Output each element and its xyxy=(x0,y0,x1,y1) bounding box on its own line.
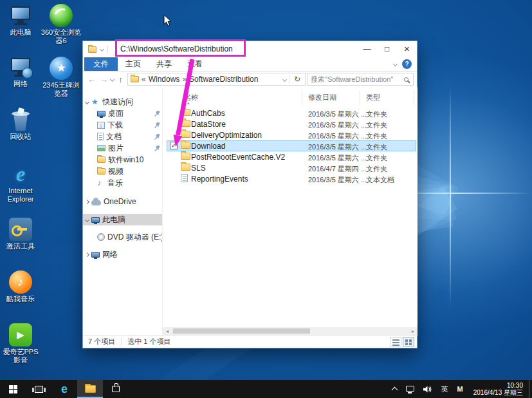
column-separator[interactable] xyxy=(360,91,360,105)
forward-button[interactable]: → xyxy=(98,75,109,84)
address-box[interactable]: « Windows » SoftwareDistribution ↻ xyxy=(127,73,306,86)
desktop-icon-360-browser[interactable]: 360安全浏览器6 xyxy=(41,4,82,45)
file-name: DataStore xyxy=(191,120,226,129)
breadcrumb-overflow[interactable]: « xyxy=(142,75,146,84)
file-type: 文件夹 xyxy=(366,153,387,163)
sidebar-item-pictures[interactable]: 图片 xyxy=(83,142,163,154)
sidebar-item-downloads[interactable]: ↓ 下载 xyxy=(83,119,163,131)
file-explorer-button[interactable] xyxy=(77,380,103,398)
column-separator[interactable] xyxy=(414,91,414,105)
sidebar-item-this-pc[interactable]: 此电脑 xyxy=(83,214,163,225)
scroll-left-icon[interactable]: ◂ xyxy=(163,328,172,334)
ribbon-expand-chevron-icon[interactable] xyxy=(393,62,398,66)
file-type: 文件夹 xyxy=(366,131,387,141)
tab-file[interactable]: 文件 xyxy=(84,57,118,71)
chevron-down-icon[interactable] xyxy=(85,99,89,104)
column-separator[interactable] xyxy=(302,91,302,105)
store-button[interactable] xyxy=(103,380,129,398)
scrollbar-track[interactable] xyxy=(172,327,408,335)
chevron-right-icon[interactable] xyxy=(85,199,89,204)
desktop-icon-iqiyi-pps[interactable]: ▶ 爱奇艺PPS 影音 xyxy=(0,323,41,365)
search-input[interactable]: 搜索"SoftwareDistribution" xyxy=(307,73,414,86)
breadcrumb-windows[interactable]: Windows xyxy=(149,75,180,84)
tab-share[interactable]: 共享 xyxy=(149,57,179,71)
edge-icon: e xyxy=(61,383,68,395)
show-desktop-button[interactable] xyxy=(529,380,532,398)
sidebar-item-desktop[interactable]: 桌面 xyxy=(83,108,163,119)
scroll-right-icon[interactable]: ▸ xyxy=(408,328,417,334)
table-row[interactable]: AuthCabs 2016/3/5 星期六 ... 文件夹 xyxy=(167,108,416,118)
table-row[interactable]: ReportingEvents 2016/3/5 星期六 ... 文本文档 xyxy=(167,173,416,184)
desktop-icon-recycle-bin[interactable]: 回收站 xyxy=(0,108,41,141)
refresh-icon[interactable]: ↻ xyxy=(292,75,302,84)
sidebar-item-videos[interactable]: 视频 xyxy=(83,166,163,177)
file-date: 2016/3/5 星期六 ... xyxy=(308,120,367,130)
sidebar-item-label: DVD 驱动器 (E:) SKR xyxy=(107,232,163,243)
breadcrumb-current[interactable]: SoftwareDistribution xyxy=(189,75,258,84)
up-button[interactable]: ↑ xyxy=(115,75,126,84)
desktop-icon-internet-explorer[interactable]: e Internet Explorer xyxy=(0,162,41,204)
sidebar-item-soft-win10[interactable]: 软件win10 xyxy=(83,154,163,166)
pin-icon xyxy=(154,110,160,117)
qat-chevron-down-icon[interactable] xyxy=(100,47,104,52)
table-row[interactable]: DataStore 2016/3/5 星期六 ... 文件夹 xyxy=(167,118,416,129)
network-tray-button[interactable] xyxy=(401,380,419,398)
row-checkbox[interactable]: ✓ xyxy=(170,142,178,149)
tab-home[interactable]: 主页 xyxy=(118,57,149,71)
search-icon xyxy=(404,77,408,82)
sidebar-item-onedrive[interactable]: OneDrive xyxy=(83,196,163,207)
tray-expand-button[interactable] xyxy=(388,380,401,398)
close-button[interactable]: × xyxy=(397,41,417,57)
table-row[interactable]: DeliveryOptimization 2016/3/5 星期六 ... 文件… xyxy=(167,129,416,140)
desktop-icon-label: 网络 xyxy=(0,80,41,88)
edge-button[interactable]: e xyxy=(51,380,77,398)
clock-date: 2016/4/13 星期三 xyxy=(473,389,523,396)
table-row[interactable]: PostRebootEventCache.V2 2016/3/5 星期六 ...… xyxy=(167,151,416,162)
start-button[interactable] xyxy=(0,380,26,398)
desktop-icon-activation-tool[interactable]: 激活工具 xyxy=(0,218,41,251)
sidebar-item-label: 音乐 xyxy=(107,178,163,189)
recent-locations-chevron-icon[interactable] xyxy=(110,77,115,81)
desktop-icon-network[interactable]: 网络 xyxy=(0,55,41,88)
icons-view-button[interactable] xyxy=(403,337,414,346)
minimize-button[interactable]: — xyxy=(357,41,377,57)
file-name: DeliveryOptimization xyxy=(191,131,262,140)
sidebar-item-dvd-drive[interactable]: DVD 驱动器 (E:) SKR xyxy=(83,231,163,243)
address-dropdown-chevron-icon[interactable] xyxy=(282,77,287,81)
clock[interactable]: 10:30 2016/4/13 星期三 xyxy=(468,382,529,396)
ime-indicator[interactable]: M xyxy=(453,380,468,398)
desktop-icon-kuwo-music[interactable]: ♪ 酷我音乐 xyxy=(0,270,41,303)
desktop-icon-2345-browser[interactable]: ★ 2345王牌浏览器 xyxy=(41,57,82,98)
file-date: 2016/3/5 星期六 ... xyxy=(308,153,367,163)
table-row-selected[interactable]: ✓ Download 2016/3/5 星期六 ... 文件夹 xyxy=(167,140,416,151)
task-view-button[interactable] xyxy=(26,380,51,398)
help-icon[interactable]: ? xyxy=(402,59,412,69)
maximize-button[interactable]: □ xyxy=(377,41,397,57)
volume-tray-button[interactable] xyxy=(419,380,437,398)
table-row[interactable]: SLS 2016/4/7 星期四 ... 文件夹 xyxy=(167,162,416,173)
taskbar: e 英 M 10:30 2016/4/13 星期三 xyxy=(0,380,532,398)
sidebar-item-quick-access[interactable]: ★ 快速访问 xyxy=(83,96,163,108)
chevron-down-icon[interactable] xyxy=(85,217,89,222)
column-header-name[interactable]: 名称 xyxy=(184,93,198,102)
tab-view[interactable]: 查看 xyxy=(179,57,210,71)
sidebar-item-network[interactable]: 网络 xyxy=(83,249,163,260)
horizontal-scrollbar[interactable]: ◂ ▸ xyxy=(163,327,417,335)
chevron-right-icon[interactable] xyxy=(85,252,89,256)
sidebar-item-documents[interactable]: 文档 xyxy=(83,131,163,142)
scrollbar-thumb[interactable] xyxy=(173,328,310,334)
details-view-button[interactable] xyxy=(390,337,401,346)
column-header-type[interactable]: 类型 xyxy=(366,93,380,102)
quick-access-toolbar xyxy=(83,46,108,53)
language-indicator[interactable]: 英 xyxy=(437,380,453,398)
status-divider xyxy=(121,338,122,346)
column-header-date[interactable]: 修改日期 xyxy=(308,93,336,102)
onedrive-icon xyxy=(91,200,101,205)
chevron-up-icon xyxy=(391,387,398,393)
recycle-bin-icon xyxy=(9,108,32,131)
sidebar-item-label: 下载 xyxy=(107,120,151,131)
back-button[interactable]: ← xyxy=(86,75,97,84)
desktop-icon-this-pc[interactable]: 此电脑 xyxy=(0,4,41,37)
sidebar-item-music[interactable]: ♪ 音乐 xyxy=(83,177,163,189)
ribbon-right: ? xyxy=(394,57,417,71)
